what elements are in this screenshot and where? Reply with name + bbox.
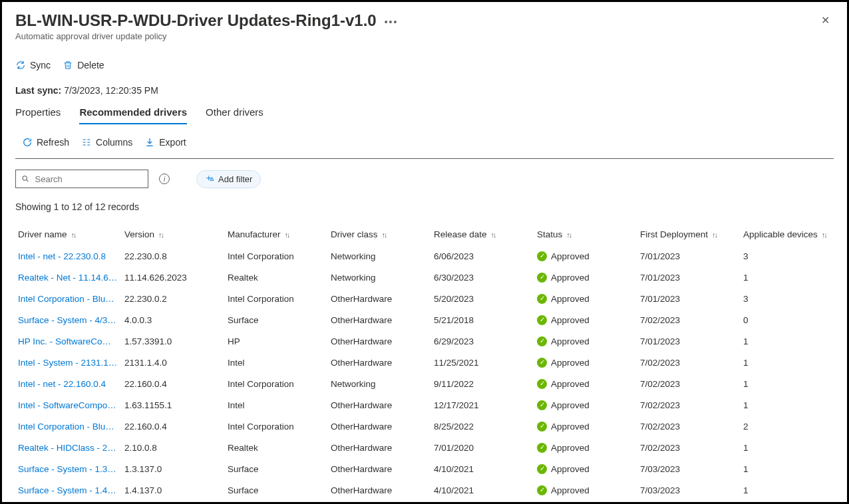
driver-name-link[interactable]: Intel Corporation - Blue… bbox=[18, 294, 124, 304]
cell-manufacturer: Surface bbox=[228, 485, 331, 495]
cell-release-date: 4/10/2021 bbox=[434, 464, 537, 474]
check-icon: ✓ bbox=[537, 400, 547, 410]
table-row: Surface - System - 1.4.1…1.4.137.0Surfac… bbox=[15, 479, 834, 501]
delete-button[interactable]: Delete bbox=[63, 60, 104, 70]
cell-applicable: 1 bbox=[743, 443, 834, 453]
cell-first-deployment: 7/02/2023 bbox=[640, 379, 743, 389]
cell-first-deployment: 7/02/2023 bbox=[640, 315, 743, 325]
cell-first-deployment: 7/01/2023 bbox=[640, 273, 743, 283]
driver-name-link[interactable]: HP Inc. - SoftwareCom… bbox=[18, 336, 124, 346]
cell-release-date: 4/10/2021 bbox=[434, 485, 537, 495]
col-driver-name[interactable]: Driver name↑↓ bbox=[18, 229, 124, 239]
cell-first-deployment: 7/01/2023 bbox=[640, 336, 743, 346]
driver-name-link[interactable]: Realtek - Net - 11.14.62… bbox=[18, 273, 124, 283]
more-actions-button[interactable]: ••• bbox=[385, 17, 399, 27]
columns-icon bbox=[81, 137, 92, 148]
search-box[interactable] bbox=[15, 170, 148, 188]
col-first-deployment[interactable]: First Deployment↑↓ bbox=[640, 229, 743, 239]
cell-manufacturer: Intel Corporation bbox=[228, 422, 331, 432]
cell-manufacturer: Intel Corporation bbox=[228, 294, 331, 304]
cell-version: 22.230.0.8 bbox=[124, 251, 228, 261]
sync-label: Sync bbox=[30, 60, 51, 70]
col-driver-class[interactable]: Driver class↑↓ bbox=[331, 229, 434, 239]
cell-status: ✓Approved bbox=[537, 251, 640, 261]
info-icon[interactable]: i bbox=[159, 174, 170, 184]
driver-name-link[interactable]: Surface - System - 1.4.1… bbox=[18, 485, 124, 495]
cell-driver-class: Networking bbox=[331, 273, 434, 283]
divider bbox=[15, 158, 834, 159]
col-manufacturer[interactable]: Manufacturer↑↓ bbox=[228, 229, 331, 239]
check-icon: ✓ bbox=[537, 273, 547, 283]
cell-applicable: 1 bbox=[743, 379, 834, 389]
cell-status: ✓Approved bbox=[537, 422, 640, 432]
close-button[interactable]: ✕ bbox=[817, 11, 834, 29]
search-input[interactable] bbox=[34, 174, 142, 185]
add-filter-button[interactable]: Add filter bbox=[196, 170, 261, 188]
cell-release-date: 7/01/2020 bbox=[434, 443, 537, 453]
driver-name-link[interactable]: Surface - System - 1.3.1… bbox=[18, 464, 124, 474]
cell-first-deployment: 7/02/2023 bbox=[640, 443, 743, 453]
driver-name-link[interactable]: Intel - SoftwareCompo… bbox=[18, 400, 124, 410]
cell-first-deployment: 7/02/2023 bbox=[640, 400, 743, 410]
cell-driver-class: OtherHardware bbox=[331, 464, 434, 474]
tab-other-drivers[interactable]: Other drivers bbox=[206, 106, 263, 124]
filter-add-icon bbox=[205, 174, 214, 184]
columns-label: Columns bbox=[96, 137, 132, 148]
driver-name-link[interactable]: Intel - net - 22.230.0.8 bbox=[18, 251, 124, 261]
cell-first-deployment: 7/01/2023 bbox=[640, 251, 743, 261]
table-row: Intel - SoftwareCompo…1.63.1155.1IntelOt… bbox=[15, 394, 834, 416]
check-icon: ✓ bbox=[537, 294, 547, 304]
cell-status: ✓Approved bbox=[537, 315, 640, 325]
col-version[interactable]: Version↑↓ bbox=[124, 229, 228, 239]
records-count: Showing 1 to 12 of 12 records bbox=[15, 201, 834, 212]
search-icon bbox=[21, 174, 30, 184]
tab-properties[interactable]: Properties bbox=[15, 106, 61, 124]
driver-name-link[interactable]: Intel - System - 2131.1.… bbox=[18, 358, 124, 368]
table-row: Surface - System - 1.3.1…1.3.137.0Surfac… bbox=[15, 458, 834, 479]
refresh-label: Refresh bbox=[37, 137, 69, 148]
col-applicable-devices[interactable]: Applicable devices↑↓ bbox=[743, 229, 834, 239]
cell-manufacturer: Intel bbox=[228, 400, 331, 410]
cell-driver-class: Networking bbox=[331, 379, 434, 389]
check-icon: ✓ bbox=[537, 336, 547, 346]
cell-version: 4.0.0.3 bbox=[124, 315, 228, 325]
cell-first-deployment: 7/03/2023 bbox=[640, 485, 743, 495]
cell-applicable: 1 bbox=[743, 485, 834, 495]
driver-name-link[interactable]: Realtek - HIDClass - 2.1… bbox=[18, 443, 124, 453]
columns-button[interactable]: Columns bbox=[81, 137, 132, 148]
driver-name-link[interactable]: Surface - System - 4/3/… bbox=[18, 315, 124, 325]
driver-name-link[interactable]: Intel - net - 22.160.0.4 bbox=[18, 379, 124, 389]
cell-version: 11.14.626.2023 bbox=[124, 273, 228, 283]
cell-applicable: 1 bbox=[743, 358, 834, 368]
cell-driver-class: OtherHardware bbox=[331, 315, 434, 325]
cell-applicable: 3 bbox=[743, 251, 834, 261]
refresh-button[interactable]: Refresh bbox=[22, 137, 69, 148]
cell-status: ✓Approved bbox=[537, 400, 640, 410]
cell-driver-class: OtherHardware bbox=[331, 485, 434, 495]
cell-release-date: 6/06/2023 bbox=[434, 251, 537, 261]
cell-driver-class: OtherHardware bbox=[331, 400, 434, 410]
cell-driver-class: OtherHardware bbox=[331, 336, 434, 346]
cell-status: ✓Approved bbox=[537, 294, 640, 304]
cell-version: 22.160.0.4 bbox=[124, 379, 228, 389]
check-icon: ✓ bbox=[537, 315, 547, 325]
cell-release-date: 8/25/2022 bbox=[434, 422, 537, 432]
page-subtitle: Automatic approval driver update policy bbox=[15, 31, 834, 41]
cell-release-date: 12/17/2021 bbox=[434, 400, 537, 410]
cell-version: 1.57.3391.0 bbox=[124, 336, 228, 346]
add-filter-label: Add filter bbox=[218, 174, 252, 184]
cell-applicable: 3 bbox=[743, 294, 834, 304]
refresh-icon bbox=[22, 137, 33, 148]
sync-button[interactable]: Sync bbox=[15, 60, 51, 70]
col-status[interactable]: Status↑↓ bbox=[537, 229, 640, 239]
col-release-date[interactable]: Release date↑↓ bbox=[434, 229, 537, 239]
cell-driver-class: OtherHardware bbox=[331, 422, 434, 432]
cell-manufacturer: Surface bbox=[228, 464, 331, 474]
export-button[interactable]: Export bbox=[144, 137, 186, 148]
last-sync-label: Last sync: bbox=[15, 85, 61, 96]
table-header: Driver name↑↓ Version↑↓ Manufacturer↑↓ D… bbox=[15, 224, 834, 245]
tab-recommended-drivers[interactable]: Recommended drivers bbox=[79, 106, 187, 124]
driver-name-link[interactable]: Intel Corporation - Blue… bbox=[18, 422, 124, 432]
cell-status: ✓Approved bbox=[537, 464, 640, 474]
cell-status: ✓Approved bbox=[537, 336, 640, 346]
